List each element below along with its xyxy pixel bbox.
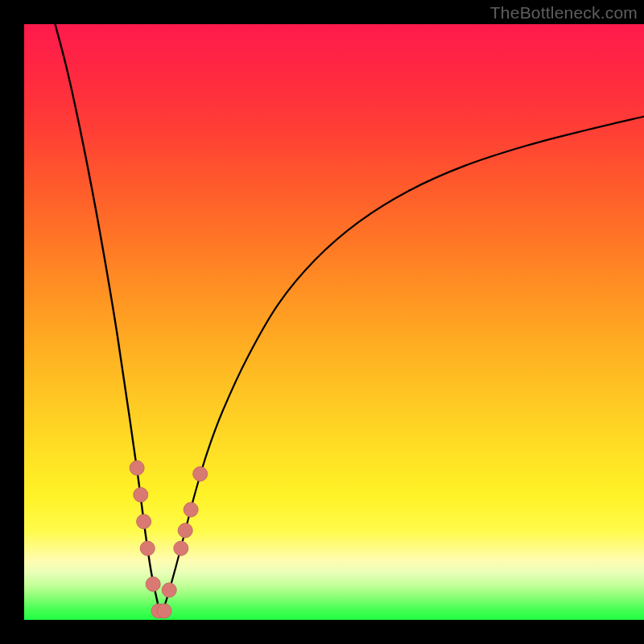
plot-area: [24, 24, 644, 620]
data-marker: [130, 460, 144, 475]
data-marker: [137, 514, 151, 529]
curve-right-branch: [160, 117, 644, 617]
marker-group: [130, 460, 208, 618]
data-marker: [174, 541, 188, 555]
data-marker: [162, 583, 176, 597]
data-marker: [140, 541, 155, 555]
chart-svg: [24, 24, 644, 620]
data-marker: [157, 604, 171, 618]
data-marker: [146, 577, 160, 592]
data-marker: [184, 502, 198, 517]
watermark-text: TheBottleneck.com: [490, 3, 638, 23]
data-marker: [178, 523, 192, 538]
data-marker: [193, 467, 208, 481]
chart-frame: TheBottleneck.com: [0, 0, 644, 644]
data-marker: [134, 488, 148, 502]
